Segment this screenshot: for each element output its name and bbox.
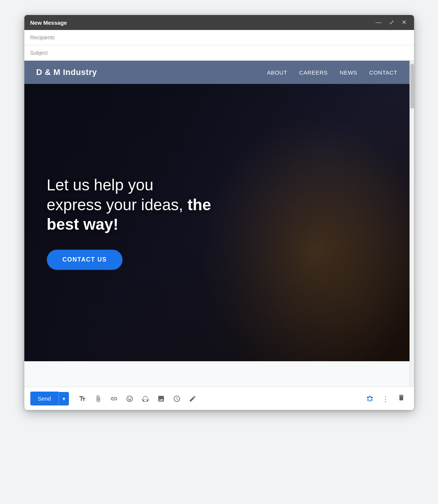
template-nav: D & M Industry ABOUT CAREERS NEWS CONTAC… [24,61,410,84]
hero-content: Let us help you express your ideas, the … [47,175,212,270]
confidential-icon [173,395,181,402]
email-body: D & M Industry ABOUT CAREERS NEWS CONTAC… [24,61,414,387]
nav-link-news[interactable]: NEWS [340,69,357,76]
link-button[interactable] [107,392,121,405]
format-text-button[interactable] [76,392,89,405]
emoji-icon [126,395,133,402]
send-button-group: Send ▾ [30,392,69,405]
drive-button[interactable] [139,392,152,405]
compose-window: New Message — ⤢ ✕ D & M Industry ABOUT C… [24,15,414,410]
maximize-button[interactable]: ⤢ [388,19,396,26]
apps-icon [366,394,374,403]
attach-icon [94,395,102,402]
svg-point-15 [367,399,369,401]
emoji-button[interactable] [123,392,136,405]
nav-link-careers[interactable]: CAREERS [299,69,328,76]
email-template: D & M Industry ABOUT CAREERS NEWS CONTAC… [24,61,410,384]
close-button[interactable]: ✕ [400,19,408,26]
window-title: New Message [30,19,67,26]
more-apps-button[interactable] [363,392,377,405]
image-button[interactable] [154,392,168,405]
confidential-button[interactable] [170,392,184,405]
toolbar: Send ▾ [24,387,414,410]
minimize-button[interactable]: — [374,19,383,26]
send-button[interactable]: Send [30,392,59,405]
nav-links: ABOUT CAREERS NEWS CONTACT [267,69,397,76]
svg-point-17 [371,399,372,401]
template-logo: D & M Industry [36,67,97,77]
recipients-input[interactable] [30,34,408,40]
attach-button[interactable] [91,392,105,405]
send-dropdown-button[interactable]: ▾ [58,392,69,405]
subject-field-row [24,45,414,61]
subject-input[interactable] [30,50,408,56]
delete-button[interactable] [395,391,408,406]
signature-icon [189,395,196,402]
svg-point-16 [369,400,371,402]
svg-point-13 [369,395,371,397]
contact-us-button[interactable]: CONTACT US [47,250,123,270]
window-controls: — ⤢ ✕ [374,19,408,26]
image-icon [157,395,165,402]
link-icon [110,395,118,402]
signature-button[interactable] [186,392,199,405]
recipients-field-row [24,30,414,45]
trash-icon [398,394,405,401]
template-footer-space [24,361,410,384]
nav-link-about[interactable]: ABOUT [267,69,287,76]
title-bar: New Message — ⤢ ✕ [24,15,414,30]
nav-link-contact[interactable]: CONTACT [369,69,398,76]
hero-headline-text: Let us help you express your ideas, [47,176,188,214]
scrollbar-track[interactable] [410,61,414,387]
svg-point-12 [367,396,369,398]
hero-headline: Let us help you express your ideas, the … [47,175,212,235]
drive-icon [142,395,149,403]
more-options-button[interactable]: ⋮ [379,391,392,406]
email-content-area[interactable]: D & M Industry ABOUT CAREERS NEWS CONTAC… [24,61,410,387]
scrollbar-thumb[interactable] [410,64,414,109]
svg-point-14 [371,396,372,398]
format-text-icon [79,395,86,402]
hero-section: Let us help you express your ideas, the … [24,84,410,361]
